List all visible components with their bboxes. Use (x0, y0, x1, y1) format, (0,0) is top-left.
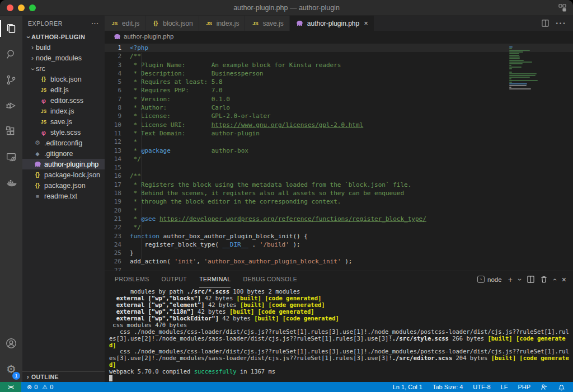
tree-file-index.js[interactable]: JSindex.js (22, 106, 105, 116)
encoding[interactable]: UTF-8 (473, 384, 490, 390)
docker-icon[interactable] (0, 170, 22, 196)
breadcrumb[interactable]: author-plugin.php (105, 31, 573, 42)
code-line-1: 1<?php (105, 44, 573, 52)
errors-icon: ⊗ (27, 384, 32, 391)
accounts-icon[interactable] (0, 330, 22, 356)
panel-header: PROBLEMSOUTPUTTERMINALDEBUG CONSOLE › no… (105, 271, 573, 287)
tab-block.json[interactable]: {}block.json (145, 16, 199, 31)
chevron-down-icon[interactable]: › (516, 278, 524, 281)
tree-root-author-plugin[interactable]: › AUTHOR-PLUGIN (22, 31, 105, 42)
chevron-down-icon: › (25, 34, 32, 40)
shell-picker[interactable]: › node (477, 276, 502, 283)
code-line-11: 11 * Text Domain: author-plugin (105, 129, 573, 138)
remote-explorer-icon[interactable] (0, 144, 22, 170)
minimize-window-button[interactable] (18, 4, 25, 11)
js-icon: JS (39, 108, 48, 114)
feedback-icon[interactable] (541, 384, 548, 391)
terminal-cursor (109, 375, 112, 381)
php-icon (33, 161, 42, 167)
code-line-2: 2/** (105, 52, 573, 60)
customize-layout-icon[interactable] (558, 4, 566, 12)
tree-file-package-lock.json[interactable]: {}package-lock.json (22, 169, 105, 180)
tree-file-edit.js[interactable]: JSedit.js (22, 84, 105, 95)
kill-terminal-icon[interactable] (541, 276, 547, 283)
language-mode[interactable]: PHP (518, 384, 530, 390)
code-line-3: 3 * Plugin Name: An example block for Ki… (105, 61, 573, 69)
panel-tab-output[interactable]: OUTPUT (162, 271, 187, 287)
tree-folder-src[interactable]: ›src (22, 63, 105, 74)
tab-index.js[interactable]: JSindex.js (199, 16, 246, 31)
sidebar-more-actions-icon[interactable]: ··· (92, 20, 100, 27)
panel-tab-terminal[interactable]: TERMINAL (199, 271, 231, 287)
search-icon[interactable] (0, 41, 22, 67)
sass-icon: φ (39, 97, 48, 104)
text-file-icon: ≡ (33, 193, 42, 200)
tab-size[interactable]: Tab Size: 4 (433, 384, 463, 390)
maximize-panel-icon[interactable]: › (551, 278, 558, 281)
code-line-27: 27 (105, 266, 573, 271)
code-editor[interactable]: 1<?php2/**3 * Plugin Name: An example bl… (105, 42, 573, 271)
split-terminal-icon[interactable] (527, 276, 534, 283)
tree-file-style.scss[interactable]: φstyle.scss (22, 127, 105, 138)
code-line-24: 24 register_block_type( __DIR__ . '/buil… (105, 240, 573, 249)
tree-file-readme.txt[interactable]: ≡readme.txt (22, 191, 105, 201)
new-terminal-icon[interactable]: + (508, 276, 513, 284)
settings-gear-icon[interactable]: ⚙ 1 (0, 356, 22, 382)
close-window-button[interactable] (7, 4, 13, 11)
title-bar: author-plugin.php — author-plugin (0, 0, 573, 16)
eol-selector[interactable]: LF (501, 384, 508, 390)
chevron-right-icon: › (25, 373, 31, 381)
more-actions-icon[interactable]: ··· (556, 18, 566, 29)
code-line-22: 22 */ (105, 223, 573, 232)
js-icon: JS (39, 119, 48, 125)
tab-bar: JSedit.js{}block.jsonJSindex.jsJSsave.js… (105, 16, 573, 31)
json-icon: {} (33, 182, 42, 188)
explorer-icon[interactable] (0, 16, 22, 41)
outline-section[interactable]: › OUTLINE (22, 371, 105, 382)
tree-file-block.json[interactable]: {}block.json (22, 74, 105, 84)
code-line-26: 26add_action( 'init', 'author_box_author… (105, 257, 573, 266)
tree-folder-build[interactable]: ›build (22, 42, 105, 53)
minimap[interactable] (509, 46, 541, 92)
terminal-output[interactable]: modules by path ./src/*.scss 100 bytes 2… (105, 287, 573, 382)
tree-folder-node_modules[interactable]: ›node_modules (22, 53, 105, 63)
js-icon: JS (39, 87, 48, 93)
problems-status[interactable]: ⊗ 0 ⚠ 0 (27, 384, 53, 391)
run-and-debug-icon[interactable] (0, 93, 22, 119)
settings-badge: 1 (12, 372, 20, 380)
code-line-9: 9 * License: GPL-2.0-or-later (105, 112, 573, 120)
php-icon (295, 20, 304, 26)
tree-file-package.json[interactable]: {}package.json (22, 180, 105, 191)
tab-save.js[interactable]: JSsave.js (245, 16, 289, 31)
code-line-23: 23function author_box_author_plugin_bloc… (105, 232, 573, 240)
json-icon: {} (39, 76, 48, 82)
json-icon: {} (151, 20, 160, 26)
code-line-7: 7 * Version: 0.1.0 (105, 95, 573, 103)
sidebar-header: EXPLORER ··· (22, 16, 105, 31)
split-editor-icon[interactable] (542, 20, 549, 27)
tree-file-.gitignore[interactable]: ◆.gitignore (22, 148, 105, 159)
remote-indicator[interactable]: >< (0, 382, 21, 392)
tree-file-save.js[interactable]: JSsave.js (22, 116, 105, 127)
panel-tab-problems[interactable]: PROBLEMS (115, 271, 149, 287)
tree-file-author-plugin.php[interactable]: author-plugin.php (22, 159, 105, 169)
panel-tab-debug-console[interactable]: DEBUG CONSOLE (243, 271, 297, 287)
tree-file-editor.scss[interactable]: φeditor.scss (22, 95, 105, 106)
code-line-16: 16/** (105, 172, 573, 180)
tab-author-plugin.php[interactable]: author-plugin.php× (290, 16, 374, 31)
close-tab-icon[interactable]: × (364, 19, 368, 27)
extensions-icon[interactable] (0, 119, 22, 144)
cursor-position[interactable]: Ln 1, Col 1 (393, 384, 422, 390)
close-panel-icon[interactable]: × (562, 275, 566, 284)
indent-guide (142, 53, 142, 259)
code-line-4: 4 * Description: Businessperson (105, 69, 573, 78)
window-title: author-plugin.php — author-plugin (0, 4, 573, 12)
notifications-bell-icon[interactable] (558, 384, 565, 391)
source-control-icon[interactable] (0, 67, 22, 93)
tree-file-.editorconfig[interactable]: ⚙.editorconfig (22, 138, 105, 148)
sidebar-title: EXPLORER (28, 20, 63, 27)
tab-edit.js[interactable]: JSedit.js (105, 16, 145, 31)
sass-icon: φ (39, 129, 48, 136)
explorer-sidebar: EXPLORER ··· › AUTHOR-PLUGIN ›build›node… (22, 16, 105, 382)
zoom-window-button[interactable] (29, 4, 36, 11)
